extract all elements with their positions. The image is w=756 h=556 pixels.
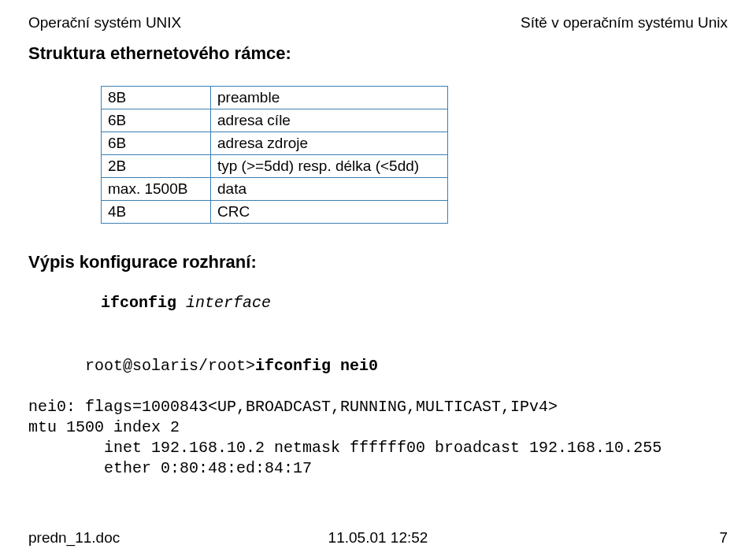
cell-desc: adresa cíle (211, 109, 448, 132)
cell-desc: data (211, 177, 448, 200)
prompt-prefix: root@solaris/root> (85, 357, 255, 375)
output-line: inet 192.168.10.2 netmask ffffff00 broad… (28, 438, 728, 458)
command-arg: interface (186, 294, 271, 312)
cell-desc: CRC (211, 200, 448, 223)
page-container: Operační systém UNIX Sítě v operačním sy… (0, 0, 756, 556)
table-row: 6Badresa zdroje (102, 132, 448, 154)
prompt-line: root@solaris/root>ifconfig nei0 (28, 335, 728, 397)
table-row: 6Badresa cíle (102, 109, 448, 132)
cell-size: 8B (102, 86, 211, 109)
section-ethernet-title: Struktura ethernetového rámce: (28, 43, 728, 64)
cell-size: 4B (102, 200, 211, 223)
header-left: Operační systém UNIX (28, 14, 181, 32)
output-line: nei0: flags=1000843<UP,BROADCAST,RUNNING… (28, 397, 728, 417)
command-syntax: ifconfig interface (101, 293, 728, 313)
cell-size: max. 1500B (102, 177, 211, 200)
ethernet-frame-table: 8Bpreamble6Badresa cíle6Badresa zdroje2B… (101, 86, 448, 224)
table-row: 8Bpreamble (102, 86, 448, 109)
footer-right: 7 (719, 529, 728, 547)
table-row: 4BCRC (102, 200, 448, 223)
cell-size: 6B (102, 132, 211, 154)
page-footer: predn_11.doc 11.05.01 12:52 7 (28, 529, 728, 547)
section-ifconfig-title: Výpis konfigurace rozhraní: (28, 252, 728, 272)
cell-desc: typ (>=5dd) resp. délka (<5dd) (211, 154, 448, 177)
header-right: Sítě v operačním systému Unix (521, 14, 728, 32)
cell-size: 2B (102, 154, 211, 177)
prompt-command: ifconfig nei0 (255, 357, 378, 375)
footer-left: predn_11.doc (28, 529, 120, 547)
cell-desc: adresa zdroje (211, 132, 448, 154)
table-row: 2Btyp (>=5dd) resp. délka (<5dd) (102, 154, 448, 177)
ethernet-frame-table-body: 8Bpreamble6Badresa cíle6Badresa zdroje2B… (102, 86, 448, 223)
cell-size: 6B (102, 109, 211, 132)
page-header: Operační systém UNIX Sítě v operačním sy… (28, 14, 728, 32)
footer-center: 11.05.01 12:52 (28, 529, 728, 547)
terminal-output: root@solaris/root>ifconfig nei0 nei0: fl… (28, 335, 728, 479)
table-row: max. 1500Bdata (102, 177, 448, 200)
cell-desc: preamble (211, 86, 448, 109)
output-line: mtu 1500 index 2 (28, 417, 728, 438)
output-line: ether 0:80:48:ed:84:17 (28, 458, 728, 479)
command-name: ifconfig (101, 294, 176, 312)
